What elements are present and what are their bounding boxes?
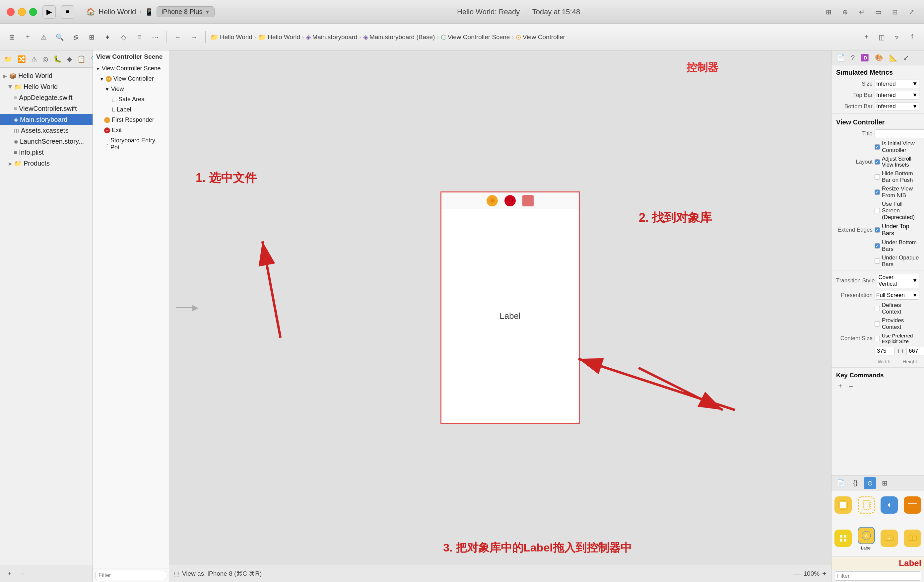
breadcrumb-hello-world1[interactable]: 📁 Hello World	[210, 33, 252, 41]
full-screen[interactable]: ⤢	[906, 6, 917, 18]
share-icon[interactable]: ⊕	[839, 6, 851, 18]
scene-item-view[interactable]: ▼ View	[93, 84, 169, 94]
sidebar-toggle[interactable]: ▭	[872, 6, 884, 18]
scene-item-storyboard-entry[interactable]: → Storyboard Entry Poi...	[93, 136, 169, 153]
forward-btn[interactable]: →	[187, 31, 201, 44]
obj-object-tab[interactable]: ⊙	[864, 477, 876, 489]
obj-grid-tab[interactable]: ⊞	[879, 477, 891, 489]
warning[interactable]: ⚠	[37, 31, 50, 44]
scene-item-exit[interactable]: → Exit	[93, 125, 169, 136]
zoom-plus-btn[interactable]: +	[822, 569, 827, 578]
navigator-debug-icon[interactable]: 🐛	[53, 55, 62, 63]
obj-item-table[interactable]	[901, 490, 924, 521]
hierarchy-btn[interactable]: ≡	[133, 31, 146, 44]
bottombar-dropdown[interactable]: Inferred ▼	[874, 102, 919, 111]
attributes-icon[interactable]: 🎨	[873, 53, 885, 63]
add-item-btn[interactable]: +	[4, 569, 15, 579]
layout-checkbox[interactable]: ✓	[874, 159, 880, 165]
scene-item-label[interactable]: L Label	[93, 104, 169, 115]
obj-item-collection[interactable]	[832, 521, 855, 556]
resize-nib-checkbox[interactable]: ✓	[874, 190, 880, 195]
scene-item-vc[interactable]: ▼ ⊙ View Controller	[93, 74, 169, 84]
tree-item-assets[interactable]: ◫ Assets.xcassets	[0, 125, 92, 136]
height-input[interactable]	[906, 347, 924, 355]
return-icon[interactable]: ↩	[856, 6, 868, 18]
identity-inspector-icon[interactable]: 🆔	[859, 53, 871, 63]
under-top-checkbox[interactable]: ✓	[874, 227, 880, 233]
tree-item-group[interactable]: ▶ 📁 Hello World	[0, 81, 92, 92]
tree-item-mainstoryboard[interactable]: ◈ Main.storyboard	[0, 114, 92, 125]
size-inspector-icon[interactable]: 📐	[887, 53, 899, 63]
navigator-test-icon[interactable]: ◎	[43, 55, 48, 63]
navigator-report-icon[interactable]: 📋	[77, 55, 86, 63]
minimize-button[interactable]	[18, 8, 26, 16]
tree-item-project[interactable]: ▶ 📦 Hello World	[0, 70, 92, 81]
navigator-breakpoints-icon[interactable]: ◆	[67, 55, 72, 63]
tree-item-launchscreen[interactable]: ◈ LaunchScreen.story...	[0, 136, 92, 147]
obj-item-back[interactable]	[878, 490, 901, 521]
obj-item-button[interactable]: ●	[878, 521, 901, 556]
navigator-issues-icon[interactable]: ⚠	[31, 55, 37, 63]
obj-item-segcontrol[interactable]	[901, 521, 924, 556]
defines-context-checkbox[interactable]	[874, 306, 880, 311]
scene-item-first-responder[interactable]: ! First Responder	[93, 115, 169, 125]
connections-icon[interactable]: ⤢	[901, 53, 911, 63]
key-cmd-remove[interactable]: –	[847, 381, 855, 391]
tree-item-appdelegate[interactable]: ≡ AppDelegate.swift	[0, 92, 92, 103]
zoom-minus-btn[interactable]: —	[794, 569, 801, 578]
obj-code-tab[interactable]: {}	[850, 477, 861, 489]
fullscreen-button[interactable]	[29, 8, 37, 16]
scene-item-safe-area[interactable]: ⬚ Safe Area	[93, 94, 169, 104]
width-input[interactable]	[874, 347, 894, 355]
scene-item-vc-scene[interactable]: ▼ View Controller Scene	[93, 63, 169, 74]
share-btn2[interactable]: ⤴	[906, 31, 919, 44]
hide-bottom-checkbox[interactable]	[874, 174, 880, 180]
tree-item-infoplist[interactable]: ≡ Info.plist	[0, 147, 92, 158]
split-view[interactable]: ⊟	[889, 6, 901, 18]
grid-btn[interactable]: ⊞	[85, 31, 98, 44]
use-preferred-checkbox[interactable]	[874, 336, 880, 341]
full-screen-checkbox[interactable]	[874, 208, 880, 213]
provides-context-checkbox[interactable]	[874, 321, 880, 326]
debug-btn[interactable]: ▿	[890, 31, 903, 44]
under-opaque-checkbox[interactable]	[874, 258, 880, 264]
stop-button[interactable]: ■	[61, 5, 74, 18]
breadcrumb-vc[interactable]: ⊙ View Controller	[516, 33, 565, 41]
tree-item-viewcontroller[interactable]: ≡ ViewController.swift	[0, 103, 92, 114]
obj-file-tab[interactable]: 📄	[835, 477, 847, 489]
navigator-source-icon[interactable]: 🔀	[18, 55, 26, 63]
breadcrumb-storyboard-base[interactable]: ◈ Main.storyboard (Base)	[363, 33, 435, 41]
device-selector[interactable]: iPhone 8 Plus ▼	[157, 6, 214, 17]
navigator-files-icon[interactable]: 📁	[4, 55, 12, 63]
more-btn[interactable]: ⋯	[148, 31, 162, 44]
search-toolbar[interactable]: 🔍	[53, 31, 66, 44]
transition-dropdown[interactable]: Cover Vertical ▼	[877, 273, 919, 288]
obj-item-navcontroller[interactable]	[855, 490, 878, 521]
quick-help-icon[interactable]: ?	[849, 53, 857, 63]
under-bottom-checkbox[interactable]: ✓	[874, 243, 880, 248]
size-dropdown[interactable]: Inferred ▼	[874, 79, 919, 88]
remove-item-btn[interactable]: –	[17, 569, 28, 579]
close-button[interactable]	[7, 8, 15, 16]
topbar-dropdown[interactable]: Inferred ▼	[874, 91, 919, 99]
breadcrumb-hello-world2[interactable]: 📁 Hello World	[258, 33, 300, 41]
add-btn[interactable]: +	[860, 31, 873, 44]
layout-icon[interactable]: ⊞	[823, 6, 835, 18]
back-btn[interactable]: ←	[172, 31, 185, 44]
obj-item-viewcontroller[interactable]	[832, 490, 855, 521]
obj-lib-filter-input[interactable]	[834, 571, 921, 581]
is-initial-checkbox[interactable]: ✓	[874, 144, 880, 150]
add-file[interactable]: +	[21, 31, 35, 44]
breadcrumb-storyboard[interactable]: ◈ Main.storyboard	[306, 33, 357, 41]
key-cmd-add[interactable]: +	[836, 381, 845, 391]
diff-tool[interactable]: ≶	[69, 31, 82, 44]
scene-filter-input[interactable]	[96, 571, 166, 580]
inspector-btn[interactable]: ◫	[875, 31, 888, 44]
nav-backward[interactable]: ⊞	[5, 31, 18, 44]
vc-title-input[interactable]	[874, 129, 924, 138]
bookmark[interactable]: ♦	[101, 31, 114, 44]
share-btn[interactable]: ◇	[117, 31, 130, 44]
presentation-dropdown[interactable]: Full Screen ▼	[874, 291, 919, 299]
tree-item-products[interactable]: ▶ 📁 Products	[0, 158, 92, 169]
breadcrumb-vc-scene[interactable]: ⬡ View Controller Scene	[441, 33, 510, 41]
